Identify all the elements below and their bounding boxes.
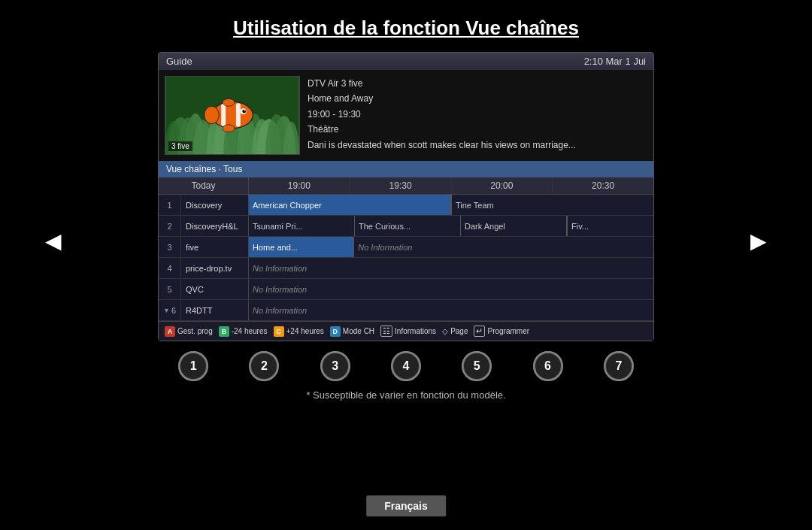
channel-num-cell: 5: [159, 279, 181, 299]
svg-rect-20: [236, 103, 241, 126]
footer-label-minus24: -24 heures: [232, 327, 268, 335]
badge-blue: D: [330, 326, 341, 337]
program-cell[interactable]: Fiv...: [568, 216, 653, 236]
preview-area: 3 five DTV Air 3 five Home and Away 19:0…: [159, 70, 653, 161]
program-cell[interactable]: No Information: [354, 237, 653, 257]
program-cell[interactable]: Tsunami Pri...: [249, 216, 355, 236]
program-cell[interactable]: Dark Angel: [461, 216, 567, 236]
channel-num-cell: 4: [159, 258, 181, 278]
program-cell[interactable]: Home and...: [249, 237, 354, 257]
footer-label-prog: Programmer: [487, 327, 529, 335]
table-row[interactable]: ▼6 R4DTT No Information: [159, 300, 653, 321]
badge-yellow: C: [274, 326, 284, 337]
guide-datetime: 2:10 Mar 1 Jui: [584, 56, 646, 67]
prog-icon: ↵: [474, 326, 485, 337]
footer-item-prog[interactable]: ↵ Programmer: [474, 326, 529, 337]
channel-name-cell: Discovery: [181, 195, 249, 215]
time-slot-3: 20:00: [452, 177, 553, 194]
time-slot-4: 20:30: [553, 177, 653, 194]
page-icon: ◇: [442, 327, 448, 335]
footer-item-modech[interactable]: D Mode CH: [330, 326, 374, 337]
table-row[interactable]: 3 five Home and... No Information: [159, 237, 653, 258]
program-cell[interactable]: No Information: [249, 279, 653, 299]
svg-point-27: [223, 125, 235, 132]
program-cell[interactable]: No Information: [249, 300, 653, 320]
channel-num-cell: 2: [159, 216, 181, 236]
channel-name-cell: R4DTT: [181, 300, 249, 320]
footer-item-gest[interactable]: A Gest. prog: [165, 326, 213, 337]
time-slot-1: 19:00: [249, 177, 350, 194]
time-header-row: Today 19:00 19:30 20:00 20:30: [159, 177, 653, 195]
page-title: Utilisation de la fonction Vue chaînes: [0, 0, 812, 52]
time-slot-2: 19:30: [350, 177, 452, 194]
channel-num-cell: 3: [159, 237, 181, 257]
programs-area: American Chopper Tine Team: [249, 195, 653, 215]
svg-point-26: [223, 98, 235, 106]
circle-3: 3: [321, 352, 350, 380]
channel-preview-label: 3 five: [168, 141, 192, 151]
table-row[interactable]: 4 price-drop.tv No Information: [159, 258, 653, 279]
footer-label-gest: Gest. prog: [177, 327, 213, 335]
circle-5: 5: [462, 352, 491, 380]
svg-point-22: [205, 106, 220, 124]
circle-1: 1: [179, 352, 208, 380]
circles-row: 1 2 3 4 5 6 7: [158, 341, 654, 386]
footer-item-minus24[interactable]: B -24 heures: [219, 326, 268, 337]
table-row[interactable]: 1 Discovery American Chopper Tine Team: [159, 195, 653, 216]
preview-channel: DTV Air 3 five: [308, 76, 576, 91]
svg-point-25: [244, 110, 246, 111]
guide-container: Guide 2:10 Mar 1 Jui: [158, 52, 654, 341]
program-cell[interactable]: Tine Team: [452, 195, 653, 215]
badge-green: B: [219, 326, 229, 337]
vue-bar: Vue chaînes · Tous: [159, 161, 653, 177]
channel-name-cell: five: [181, 237, 249, 257]
circle-7: 7: [604, 352, 633, 380]
footer-bar: A Gest. prog B -24 heures C +24 heures D…: [159, 321, 653, 341]
table-row[interactable]: 2 DiscoveryH&L Tsunami Pri... The Curiou…: [159, 216, 653, 237]
footer-item-plus24[interactable]: C +24 heures: [274, 326, 324, 337]
preview-genre: Théâtre: [308, 122, 576, 137]
footer-label-info: Informations: [395, 327, 436, 335]
nav-arrow-right[interactable]: ▶: [750, 229, 767, 253]
footer-item-info[interactable]: ☷ Informations: [380, 326, 436, 337]
programs-area: Home and... No Information: [249, 237, 653, 257]
programs-area: Tsunami Pri... The Curious... Dark Angel…: [249, 216, 653, 236]
preview-time: 19:00 - 19:30: [308, 107, 576, 122]
programs-area: No Information: [249, 300, 653, 320]
language-tab[interactable]: Français: [366, 495, 446, 516]
footer-label-plus24: +24 heures: [286, 327, 324, 335]
preview-description: Dani is devastated when scott makes clea…: [308, 138, 576, 153]
svg-rect-19: [221, 103, 226, 126]
channel-arrow: ▼: [163, 307, 170, 314]
table-row[interactable]: 5 QVC No Information: [159, 279, 653, 300]
circle-4: 4: [392, 352, 420, 380]
channel-col-header: Today: [159, 177, 249, 194]
badge-red: A: [165, 326, 175, 337]
program-cell[interactable]: The Curious...: [355, 216, 461, 236]
program-cell[interactable]: No Information: [249, 258, 653, 278]
footer-label-page: Page: [450, 327, 468, 335]
channel-name-cell: price-drop.tv: [181, 258, 249, 278]
circle-2: 2: [250, 352, 278, 380]
preview-info: DTV Air 3 five Home and Away 19:00 - 19:…: [308, 76, 576, 155]
channel-name-cell: QVC: [181, 279, 249, 299]
channel-name-cell: DiscoveryH&L: [181, 216, 249, 236]
svg-point-24: [242, 110, 246, 114]
programs-area: No Information: [249, 258, 653, 278]
preview-show: Home and Away: [308, 91, 576, 106]
channel-num-cell: ▼6: [159, 300, 181, 320]
time-cols: 19:00 19:30 20:00 20:30: [249, 177, 653, 194]
programs-area: No Information: [249, 279, 653, 299]
footer-item-page[interactable]: ◇ Page: [442, 327, 468, 335]
nav-arrow-left[interactable]: ◀: [45, 229, 62, 253]
channel-num-cell: 1: [159, 195, 181, 215]
guide-label: Guide: [166, 56, 192, 67]
program-cell[interactable]: American Chopper: [249, 195, 451, 215]
note-text: * Susceptible de varier en fonction du m…: [0, 389, 812, 401]
info-icon: ☷: [380, 326, 392, 337]
footer-label-modech: Mode CH: [343, 327, 374, 335]
guide-header: Guide 2:10 Mar 1 Jui: [159, 53, 653, 70]
preview-image: 3 five: [165, 76, 300, 155]
circle-6: 6: [534, 352, 562, 380]
